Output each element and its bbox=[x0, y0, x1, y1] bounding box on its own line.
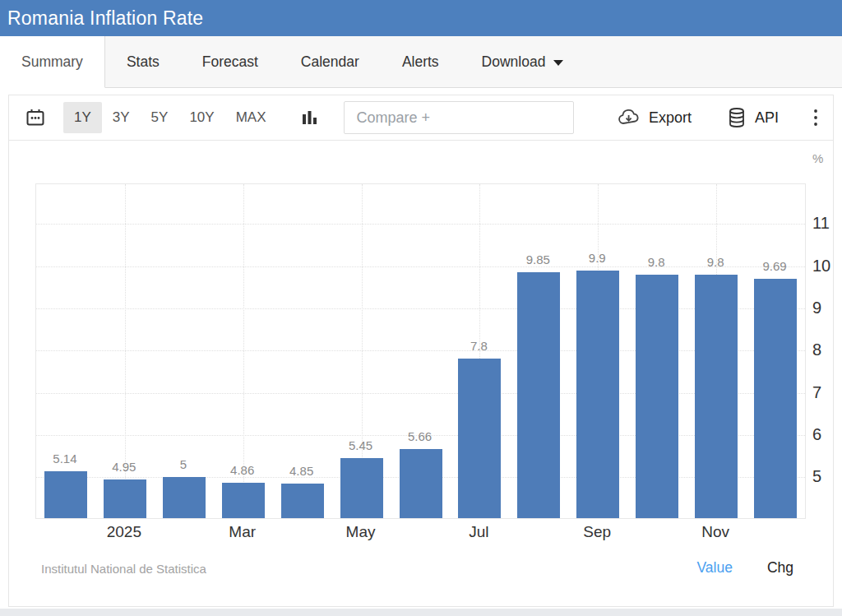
x-tick-label: Mar bbox=[206, 523, 280, 541]
bar-value-label: 9.8 bbox=[632, 255, 681, 269]
data-bar[interactable] bbox=[340, 458, 383, 518]
x-tick-label: 2025 bbox=[87, 523, 161, 541]
api-label: API bbox=[755, 109, 779, 127]
tab-alerts[interactable]: Alerts bbox=[381, 36, 460, 87]
data-bar[interactable] bbox=[222, 483, 265, 518]
range-buttons: 1Y 3Y 5Y 10Y MAX bbox=[63, 102, 276, 133]
range-3y-button[interactable]: 3Y bbox=[102, 102, 141, 133]
x-tick-label: Nov bbox=[678, 523, 752, 541]
data-bar[interactable] bbox=[458, 359, 501, 518]
x-tick-label: May bbox=[324, 523, 398, 541]
y-axis-unit-label: % bbox=[812, 151, 823, 165]
range-1y-button[interactable]: 1Y bbox=[63, 102, 102, 133]
chart-area: % 567891011 2025MarMayJulSepNov Institut… bbox=[9, 141, 833, 606]
data-bar[interactable] bbox=[517, 272, 560, 518]
data-bar[interactable] bbox=[163, 477, 206, 518]
data-bar[interactable] bbox=[400, 449, 442, 518]
data-bar[interactable] bbox=[695, 275, 738, 518]
data-bar[interactable] bbox=[281, 484, 324, 518]
h-gridline bbox=[36, 393, 805, 394]
widget-container: 1Y 3Y 5Y 10Y MAX bbox=[8, 95, 834, 607]
bar-value-label: 4.95 bbox=[99, 460, 149, 474]
range-5y-button[interactable]: 5Y bbox=[141, 102, 179, 133]
api-button[interactable]: API bbox=[723, 103, 782, 132]
h-gridline bbox=[36, 224, 805, 225]
data-bar[interactable] bbox=[104, 479, 146, 518]
kebab-menu-icon bbox=[813, 109, 818, 127]
date-range-picker-button[interactable] bbox=[21, 103, 50, 132]
page-header: Romania Inflation Rate bbox=[0, 0, 842, 36]
y-tick-label: 5 bbox=[812, 467, 842, 485]
chevron-down-icon bbox=[553, 60, 563, 66]
x-tick-label: Jul bbox=[442, 523, 516, 541]
chg-series-button[interactable]: Chg bbox=[767, 559, 793, 577]
bar-value-label: 4.85 bbox=[277, 464, 326, 478]
bar-value-label: 5.45 bbox=[336, 438, 386, 452]
bar-value-label: 4.86 bbox=[218, 463, 267, 477]
bar-value-label: 5.66 bbox=[396, 429, 445, 443]
h-gridline bbox=[36, 350, 805, 351]
toolbar-right-group: Export API bbox=[613, 103, 821, 132]
plot-area bbox=[35, 183, 806, 519]
calendar-icon bbox=[24, 106, 47, 129]
tab-forecast[interactable]: Forecast bbox=[181, 36, 280, 87]
bar-value-label: 9.8 bbox=[691, 255, 740, 269]
bar-value-label: 9.69 bbox=[750, 259, 799, 273]
bar-value-label: 5 bbox=[159, 457, 208, 471]
bar-value-label: 9.9 bbox=[572, 251, 622, 265]
tab-stats[interactable]: Stats bbox=[105, 36, 181, 87]
page-title: Romania Inflation Rate bbox=[7, 7, 203, 30]
more-options-button[interactable] bbox=[810, 105, 821, 130]
data-bar[interactable] bbox=[754, 279, 797, 518]
cloud-download-icon bbox=[617, 108, 641, 127]
data-bar[interactable] bbox=[576, 271, 619, 518]
value-series-button[interactable]: Value bbox=[696, 559, 732, 577]
bar-value-label: 7.8 bbox=[454, 339, 503, 353]
range-max-button[interactable]: MAX bbox=[225, 102, 277, 133]
y-tick-label: 8 bbox=[812, 340, 842, 359]
export-button[interactable]: Export bbox=[613, 104, 695, 131]
series-toggle-group: Value Chg bbox=[696, 559, 793, 577]
y-tick-label: 11 bbox=[812, 214, 842, 232]
bar-value-label: 5.14 bbox=[40, 452, 90, 465]
y-tick-label: 6 bbox=[812, 425, 842, 443]
next-section-edge bbox=[0, 609, 842, 616]
tab-bar: Summary Stats Forecast Calendar Alerts D… bbox=[0, 36, 842, 88]
chart-toolbar: 1Y 3Y 5Y 10Y MAX bbox=[9, 95, 833, 141]
bar-value-label: 9.85 bbox=[513, 252, 562, 266]
tab-download[interactable]: Download bbox=[460, 36, 585, 87]
data-bar[interactable] bbox=[636, 275, 678, 518]
y-tick-label: 10 bbox=[812, 257, 842, 275]
export-label: Export bbox=[649, 109, 692, 127]
chart-type-button[interactable] bbox=[296, 104, 322, 131]
bar-chart-icon bbox=[299, 108, 319, 127]
x-tick-label: Sep bbox=[560, 523, 634, 541]
source-attribution: Institutul National de Statistica bbox=[41, 562, 206, 576]
data-bar[interactable] bbox=[44, 471, 87, 518]
h-gridline bbox=[36, 308, 805, 309]
compare-input[interactable] bbox=[344, 101, 574, 134]
tab-calendar[interactable]: Calendar bbox=[280, 36, 381, 87]
range-10y-button[interactable]: 10Y bbox=[178, 102, 224, 133]
database-icon bbox=[726, 106, 747, 129]
y-tick-label: 9 bbox=[812, 299, 842, 317]
h-gridline bbox=[36, 266, 805, 267]
y-tick-label: 7 bbox=[812, 383, 842, 401]
tab-summary[interactable]: Summary bbox=[0, 36, 105, 88]
